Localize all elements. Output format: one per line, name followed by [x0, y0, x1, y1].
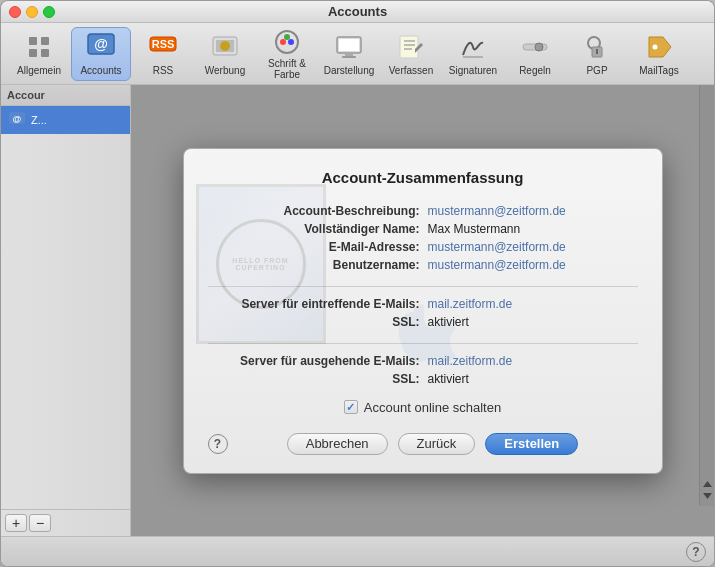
modal-title: Account-Zusammenfassung — [208, 169, 638, 186]
content-pane: HELLO FROMCUPERTINO Account-Zusammenfass… — [131, 85, 714, 536]
form-row-outgoing-ssl: SSL: aktiviert — [208, 372, 638, 386]
value-name: Max Mustermann — [428, 222, 638, 236]
svg-rect-3 — [41, 49, 49, 57]
traffic-lights — [9, 6, 55, 18]
svg-point-10 — [220, 41, 230, 51]
svg-point-25 — [535, 43, 543, 51]
value-incoming-ssl: aktiviert — [428, 315, 638, 329]
toolbar-item-regeln[interactable]: Regeln — [505, 27, 565, 81]
value-outgoing-server: mail.zeitform.de — [428, 354, 638, 368]
label-email: E-Mail-Adresse: — [208, 240, 428, 254]
darstellung-icon — [333, 31, 365, 63]
label-beschreibung: Account-Beschreibung: — [208, 204, 428, 218]
rss-icon: RSS — [147, 31, 179, 63]
value-beschreibung: mustermann@zeitform.de — [428, 204, 638, 218]
svg-point-13 — [288, 39, 294, 45]
toolbar-label-rss: RSS — [153, 65, 174, 76]
toolbar-label-allgemein: Allgemein — [17, 65, 61, 76]
maximize-button[interactable] — [43, 6, 55, 18]
toolbar-item-werbung[interactable]: Werbung — [195, 27, 255, 81]
toolbar-item-schrift[interactable]: Schrift & Farbe — [257, 27, 317, 81]
toolbar-item-signaturen[interactable]: Signaturen — [443, 27, 503, 81]
svg-rect-16 — [339, 39, 359, 51]
svg-rect-19 — [400, 36, 418, 58]
toolbar-label-schrift: Schrift & Farbe — [260, 58, 314, 80]
svg-point-14 — [284, 34, 290, 40]
svg-point-12 — [280, 39, 286, 45]
value-incoming-server: mail.zeitform.de — [428, 297, 638, 311]
account-at-icon: @ — [7, 110, 27, 130]
label-benutzername: Benutzername: — [208, 258, 428, 272]
close-button[interactable] — [9, 6, 21, 18]
toolbar-label-regeln: Regeln — [519, 65, 551, 76]
toolbar-label-signaturen: Signaturen — [449, 65, 497, 76]
create-button[interactable]: Erstellen — [485, 433, 578, 455]
toolbar-item-darstellung[interactable]: Darstellung — [319, 27, 379, 81]
toolbar-label-pgp: PGP — [586, 65, 607, 76]
svg-text:@: @ — [13, 114, 22, 124]
minimize-button[interactable] — [26, 6, 38, 18]
toolbar-item-rss[interactable]: RSS RSS — [133, 27, 193, 81]
window-help-button[interactable]: ? — [686, 542, 706, 562]
label-incoming-server: Server für eintreffende E-Mails: — [208, 297, 428, 311]
allgemein-icon — [23, 31, 55, 63]
add-account-button[interactable]: + — [5, 514, 27, 532]
signaturen-icon — [457, 31, 489, 63]
toolbar-label-verfassen: Verfassen — [389, 65, 433, 76]
pgp-icon — [581, 31, 613, 63]
divider-1 — [208, 286, 638, 287]
account-info-section: Account-Beschreibung: mustermann@zeitfor… — [208, 204, 638, 272]
form-row-benutzername: Benutzername: mustermann@zeitform.de — [208, 258, 638, 272]
toolbar-item-pgp[interactable]: PGP — [567, 27, 627, 81]
svg-text:RSS: RSS — [152, 38, 175, 50]
verfassen-icon — [395, 31, 427, 63]
titlebar: Accounts — [1, 1, 714, 23]
main-area: Accour @ Z... + − — [1, 85, 714, 536]
label-outgoing-server: Server für ausgehende E-Mails: — [208, 354, 428, 368]
form-row-name: Vollständiger Name: Max Mustermann — [208, 222, 638, 236]
checkbox-row: Account online schalten — [208, 400, 638, 415]
form-row-outgoing-server: Server für ausgehende E-Mails: mail.zeit… — [208, 354, 638, 368]
form-row-email: E-Mail-Adresse: mustermann@zeitform.de — [208, 240, 638, 254]
toolbar-item-mailtags[interactable]: MailTags — [629, 27, 689, 81]
toolbar-item-verfassen[interactable]: Verfassen — [381, 27, 441, 81]
modal-footer: ? Abbrechen Zurück Erstellen — [208, 433, 638, 455]
modal-dialog: HELLO FROMCUPERTINO Account-Zusammenfass… — [183, 148, 663, 474]
main-window: Accounts Allgemein @ Acc — [0, 0, 715, 567]
sidebar: Accour @ Z... + − — [1, 85, 131, 536]
window-title: Accounts — [328, 4, 387, 19]
value-benutzername: mustermann@zeitform.de — [428, 258, 638, 272]
toolbar-label-werbung: Werbung — [205, 65, 245, 76]
toolbar-label-mailtags: MailTags — [639, 65, 678, 76]
online-checkbox[interactable] — [344, 400, 358, 414]
toolbar-label-darstellung: Darstellung — [324, 65, 375, 76]
form-row-incoming-server: Server für eintreffende E-Mails: mail.ze… — [208, 297, 638, 311]
modal-help-button[interactable]: ? — [208, 434, 228, 454]
svg-text:@: @ — [94, 36, 108, 52]
footer-buttons: Abbrechen Zurück Erstellen — [228, 433, 638, 455]
toolbar-item-allgemein[interactable]: Allgemein — [9, 27, 69, 81]
svg-rect-2 — [29, 49, 37, 57]
remove-account-button[interactable]: − — [29, 514, 51, 532]
label-name: Vollständiger Name: — [208, 222, 428, 236]
modal-overlay: HELLO FROMCUPERTINO Account-Zusammenfass… — [131, 85, 714, 536]
label-incoming-ssl: SSL: — [208, 315, 428, 329]
sidebar-header: Accour — [1, 85, 130, 106]
mailtags-icon — [643, 31, 675, 63]
werbung-icon — [209, 31, 241, 63]
svg-rect-0 — [29, 37, 37, 45]
svg-point-29 — [653, 45, 658, 50]
regeln-icon — [519, 31, 551, 63]
sidebar-item-label: Z... — [31, 114, 47, 126]
value-email: mustermann@zeitform.de — [428, 240, 638, 254]
value-outgoing-ssl: aktiviert — [428, 372, 638, 386]
sidebar-bottom: + − — [1, 509, 130, 536]
back-button[interactable]: Zurück — [398, 433, 476, 455]
outgoing-server-section: Server für ausgehende E-Mails: mail.zeit… — [208, 354, 638, 386]
sidebar-item-account1[interactable]: @ Z... — [1, 106, 130, 134]
toolbar: Allgemein @ Accounts RSS RSS — [1, 23, 714, 85]
cancel-button[interactable]: Abbrechen — [287, 433, 388, 455]
divider-2 — [208, 343, 638, 344]
svg-rect-18 — [342, 56, 356, 58]
toolbar-item-accounts[interactable]: @ Accounts — [71, 27, 131, 81]
